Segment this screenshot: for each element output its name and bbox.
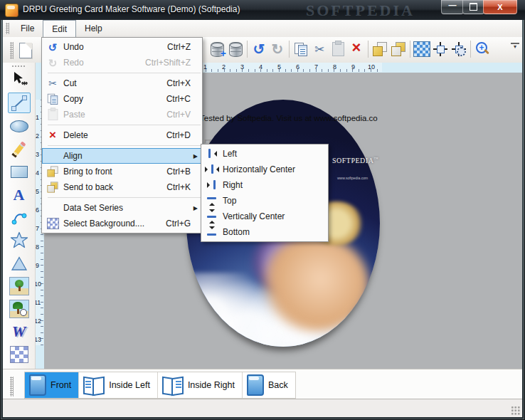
menu-item-shortcut: Ctrl+Shift+Z: [145, 58, 191, 68]
select-move-tool[interactable]: [9, 70, 30, 89]
toolbar-overflow-button[interactable]: ▾: [511, 43, 519, 50]
toolbox-grip[interactable]: [11, 65, 26, 68]
tab-label: Back: [268, 380, 288, 390]
add-record-icon[interactable]: +: [208, 39, 226, 59]
ruler-number: 1: [36, 114, 39, 121]
menu-item-cut[interactable]: ✂ Cut Ctrl+X: [42, 75, 202, 91]
layers-shape: [373, 42, 387, 56]
zoom-in-icon[interactable]: +: [473, 39, 492, 59]
triangle-tool[interactable]: [9, 253, 30, 273]
clipart-tool[interactable]: [9, 299, 30, 318]
menu-item-label: Vertically Center: [223, 211, 328, 221]
menubar-grip[interactable]: [6, 23, 9, 34]
menu-item-paste[interactable]: Paste Ctrl+V: [42, 107, 202, 122]
selected-text-object[interactable]: Tested by Softpedia. Visit us at www.sof…: [200, 114, 385, 122]
ruler-number: 9: [36, 262, 39, 269]
scissors-glyph: ✂: [314, 43, 324, 56]
wordart-tool[interactable]: W: [9, 322, 30, 341]
align-bottom-icon: [201, 226, 223, 238]
undo-icon[interactable]: ↺: [250, 39, 268, 59]
picture-tool[interactable]: [9, 276, 30, 295]
tab-inside-right[interactable]: Inside Right: [158, 372, 243, 398]
cut-icon[interactable]: ✂: [310, 39, 329, 59]
menu-item-align-bottom[interactable]: Bottom: [201, 224, 328, 240]
tab-back[interactable]: Back: [243, 372, 295, 398]
tab-label: Inside Left: [109, 380, 150, 390]
menu-item-align-right[interactable]: Right: [201, 177, 328, 193]
menu-item-label: Send to back: [63, 182, 166, 192]
toolbar-grip[interactable]: [10, 42, 14, 59]
ruler-number: 8: [333, 63, 336, 70]
undo-icon: ↺: [42, 42, 63, 53]
bring-to-front-icon: [42, 164, 63, 179]
transform-settings-icon[interactable]: [450, 39, 468, 59]
toolbar-separator: [368, 41, 368, 58]
menu-item-undo[interactable]: ↺ Undo Ctrl+Z: [42, 39, 202, 55]
ruler-number: 8: [36, 243, 39, 251]
send-to-back-icon[interactable]: [389, 39, 408, 59]
menu-item-bring-to-front[interactable]: Bring to front Ctrl+B: [42, 164, 202, 179]
ellipse-tool[interactable]: [9, 117, 30, 136]
minimize-button[interactable]: —: [441, 0, 464, 14]
cursor-move-icon: [11, 71, 28, 88]
menu-item-shortcut: Ctrl+G: [166, 219, 191, 229]
delete-icon[interactable]: ×: [347, 39, 366, 59]
fit-page-icon[interactable]: [431, 39, 450, 59]
bring-to-front-icon[interactable]: [371, 39, 389, 59]
curve-tool[interactable]: [9, 208, 30, 227]
menu-file[interactable]: File: [12, 20, 43, 37]
align-submenu-popup: Left Horizontally Center Right Top Verti…: [201, 144, 329, 242]
redo-icon[interactable]: ↻: [268, 39, 287, 59]
text-tool[interactable]: A: [9, 185, 30, 204]
pencil-tool[interactable]: [9, 140, 30, 159]
rectangle-icon: [11, 166, 28, 178]
submenu-arrow-icon: ▶: [193, 205, 198, 211]
close-button[interactable]: X: [483, 0, 517, 14]
copy-icon[interactable]: [292, 39, 310, 59]
menu-item-align-top[interactable]: Top: [201, 193, 328, 209]
star-tool[interactable]: [9, 231, 30, 250]
new-document-icon[interactable]: [16, 41, 35, 61]
ruler-number: 5: [36, 188, 39, 195]
select-background-icon[interactable]: [413, 39, 431, 59]
line-tool[interactable]: [8, 93, 31, 113]
menu-item-delete[interactable]: × Delete Ctrl+D: [42, 127, 202, 143]
menu-item-select-background[interactable]: Select Background.... Ctrl+G: [42, 216, 202, 231]
clipboard-shape: [332, 42, 344, 56]
app-icon: [5, 4, 18, 17]
menu-item-align[interactable]: Align ▶: [42, 148, 202, 164]
title-bar[interactable]: SOFTPEDIA DRPU Greeting Card Maker Softw…: [0, 0, 525, 20]
menu-item-align-vertically-center[interactable]: Vertically Center: [201, 209, 328, 224]
menu-item-redo[interactable]: ↻ Redo Ctrl+Shift+Z: [42, 55, 202, 70]
menu-help[interactable]: Help: [76, 20, 111, 37]
database-icon[interactable]: [226, 39, 245, 59]
rectangle-tool[interactable]: [9, 162, 30, 182]
menu-item-label: Bring to front: [63, 167, 166, 177]
menu-edit-label: Edit: [52, 24, 67, 34]
send-to-back-icon: [42, 180, 63, 194]
menu-item-send-to-back[interactable]: Send to back Ctrl+K: [42, 179, 202, 195]
background-tool[interactable]: [9, 345, 30, 364]
ruler-number: 3: [240, 63, 244, 70]
menu-item-label: Right: [223, 180, 328, 190]
tab-front[interactable]: Front: [25, 372, 79, 398]
menu-item-copy[interactable]: Copy Ctrl+C: [42, 91, 202, 107]
resize-grip[interactable]: [511, 406, 520, 415]
ruler-number: 2: [222, 63, 226, 70]
status-bar: [3, 399, 522, 417]
undo-glyph: ↺: [253, 42, 265, 56]
curve-icon: [11, 209, 28, 226]
menu-edit[interactable]: Edit: [43, 20, 76, 37]
menu-item-align-left[interactable]: Left: [201, 146, 328, 162]
menu-item-shortcut: Ctrl+D: [166, 130, 191, 140]
ruler-number: 2: [36, 132, 39, 140]
database-shape: [229, 42, 243, 57]
ruler-number: 9: [351, 63, 355, 70]
tab-inside-left[interactable]: Inside Left: [79, 372, 158, 398]
menu-item-label: Paste: [63, 110, 166, 120]
maximize-button[interactable]: [462, 0, 484, 14]
paste-icon[interactable]: [329, 39, 347, 59]
pagebar-grip[interactable]: [10, 377, 14, 397]
menu-item-data-set-series[interactable]: Data Set Series ▶: [42, 200, 202, 216]
menu-item-align-horizontally-center[interactable]: Horizontally Center: [201, 162, 328, 177]
